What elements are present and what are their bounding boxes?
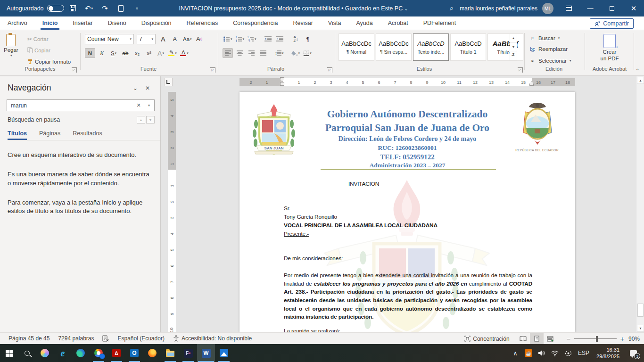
styles-more-button[interactable]: ▼▔ (510, 51, 517, 60)
left-indent-marker[interactable] (280, 82, 284, 86)
navigation-options-chevron-icon[interactable]: ⌄ (129, 85, 141, 91)
saved-location[interactable]: Guardado en Este PC (345, 5, 403, 12)
borders-button[interactable]: ▾ (302, 48, 313, 58)
autosave-switch-icon[interactable] (47, 5, 64, 12)
justify-button[interactable] (258, 48, 268, 58)
horizontal-ruler[interactable]: 21 123456789101112131415 161718 (239, 78, 575, 86)
style-card[interactable]: AaBbC( Título 2 (487, 33, 523, 61)
style-card[interactable]: AaBbCcD Título 1 (450, 33, 486, 61)
ribbon-tab[interactable]: Acrobat (380, 16, 416, 30)
wifi-icon[interactable] (549, 344, 561, 362)
search-options-chevron-icon[interactable]: ▾ (144, 103, 154, 107)
select-button[interactable]: ➢Seleccionar▾ (529, 58, 571, 64)
strikethrough-button[interactable]: ab (120, 48, 131, 58)
read-mode-button[interactable] (516, 333, 530, 345)
navigation-tab[interactable]: Páginas (39, 130, 60, 140)
ribbon-tab[interactable]: Referencias (179, 16, 226, 30)
underline-button[interactable]: S▾ (108, 48, 119, 58)
edge-button[interactable] (72, 344, 90, 362)
font-color-button[interactable]: A▾ (179, 48, 190, 58)
scroll-up-arrow[interactable]: ▲ (637, 77, 644, 84)
word-button[interactable]: W (197, 344, 215, 362)
zoom-slider-thumb[interactable] (596, 336, 598, 342)
style-card[interactable]: AaBbCcDc ¶ Sin espa... (376, 33, 412, 61)
minimize-button[interactable]: — (580, 0, 601, 16)
accessibility-indicator[interactable]: Accesibilidad: No disponible (173, 335, 252, 342)
search-icon[interactable]: ⌕ (445, 2, 459, 15)
navigation-tab[interactable]: Resultados (73, 130, 102, 140)
quick-access-doc-button[interactable] (114, 2, 128, 15)
ribbon-tab[interactable]: PDFelement (416, 16, 463, 30)
navigation-search-input[interactable] (7, 102, 133, 109)
ribbon-tab[interactable]: Disposición (134, 16, 179, 30)
taskbar-search-button[interactable] (18, 344, 36, 362)
ribbon-tab[interactable]: Vista (321, 16, 349, 30)
format-painter-button[interactable]: Copiar formato (27, 58, 71, 65)
scroll-down-arrow[interactable]: ▼ (637, 325, 644, 332)
tab-stop-selector[interactable] (164, 78, 173, 86)
shrink-font-button[interactable]: Aˇ (170, 34, 181, 44)
style-card[interactable]: AaBbCcDc ¶ Normal (339, 33, 374, 61)
quick-access-customize-button[interactable]: ▿ (130, 2, 144, 15)
user-name[interactable]: maria lourdes peñafiel parrales (460, 5, 537, 12)
ribbon-tab[interactable]: Diseño (100, 16, 134, 30)
language-indicator[interactable]: Español (Ecuador) (117, 335, 164, 342)
increase-indent-button[interactable] (275, 34, 285, 44)
sort-button[interactable]: AZ↓ (291, 34, 301, 44)
firefox-button[interactable] (143, 344, 161, 362)
vertical-scrollbar[interactable]: ▲ ▼ (636, 76, 644, 332)
page-indicator[interactable]: Página 45 de 45 (8, 335, 50, 342)
font-family-combobox[interactable]: Courier New▾ (85, 34, 134, 44)
focus-mode-button[interactable]: Concentración (464, 336, 509, 342)
bullets-button[interactable]: ▾ (223, 34, 233, 44)
save-button[interactable] (66, 2, 80, 15)
decrease-indent-button[interactable] (263, 34, 273, 44)
photos-button[interactable] (215, 344, 233, 362)
ribbon-tab[interactable]: Ayuda (348, 16, 380, 30)
share-button[interactable]: Compartir (590, 18, 634, 29)
shading-button[interactable]: ▾ (290, 48, 301, 58)
start-button[interactable] (0, 344, 18, 362)
highlight-color-button[interactable]: ✎▾ (167, 48, 178, 58)
vertical-ruler[interactable]: 54321 12345678910 (168, 92, 176, 332)
zoom-in-button[interactable]: + (620, 335, 624, 343)
outlook-button[interactable]: O (125, 344, 143, 362)
change-case-button[interactable]: Aa▾ (182, 34, 193, 44)
text-effects-button[interactable]: A▾ (156, 48, 166, 58)
ribbon-display-options-button[interactable] (558, 0, 579, 16)
chrome-button[interactable] (90, 344, 107, 362)
font-dialog-launcher[interactable]: ◿ (210, 67, 215, 73)
proofing-errors-icon[interactable] (102, 335, 109, 342)
copilot-button[interactable] (36, 344, 54, 362)
styles-scroll-down-button[interactable]: ▼ (510, 43, 517, 52)
avatar[interactable]: ML (542, 3, 553, 14)
web-layout-button[interactable] (544, 333, 557, 345)
clock[interactable]: 16:31 29/8/2025 (596, 346, 619, 360)
restore-button[interactable] (602, 0, 622, 16)
document-page[interactable]: SAN JUAN REPÚBLICA DEL ECUADOR Gobierno … (239, 92, 575, 332)
undo-button[interactable]: ↶▾ (82, 2, 96, 15)
ribbon-tab[interactable]: Correspondencia (225, 16, 285, 30)
zoom-out-button[interactable]: − (567, 335, 570, 343)
word-count[interactable]: 7294 palabras (58, 335, 94, 342)
ribbon-tab[interactable]: Archivo (0, 16, 35, 30)
ribbon-tab[interactable]: Revisar (285, 16, 320, 30)
navigation-tab[interactable]: Títulos (8, 130, 27, 140)
file-explorer-button[interactable] (161, 344, 179, 362)
italic-button[interactable]: K (97, 48, 107, 58)
ribbon-tab[interactable]: Inicio (35, 16, 66, 30)
align-right-button[interactable] (246, 48, 256, 58)
paragraph-dialog-launcher[interactable]: ◿ (327, 67, 332, 73)
style-card[interactable]: AaBbCcD Texto inde... (413, 33, 449, 61)
acrobat-button[interactable]: ∆ (107, 344, 125, 362)
collapse-ribbon-button[interactable]: ⌃ (636, 68, 639, 73)
keyboard-language-indicator[interactable]: ESP (576, 344, 592, 362)
paste-button[interactable]: Pegar ▾ (4, 34, 18, 58)
clipboard-dialog-launcher[interactable]: ◿ (72, 67, 77, 73)
ribbon-tab[interactable]: Insertar (65, 16, 100, 30)
font-size-combobox[interactable]: 7▾ (137, 34, 156, 44)
find-button[interactable]: ⌕Buscar▾ (529, 35, 560, 41)
scrollbar-thumb[interactable] (637, 304, 644, 317)
previous-result-button[interactable]: ▲ (137, 116, 145, 123)
autosave-toggle[interactable]: Autoguardado (7, 5, 64, 12)
